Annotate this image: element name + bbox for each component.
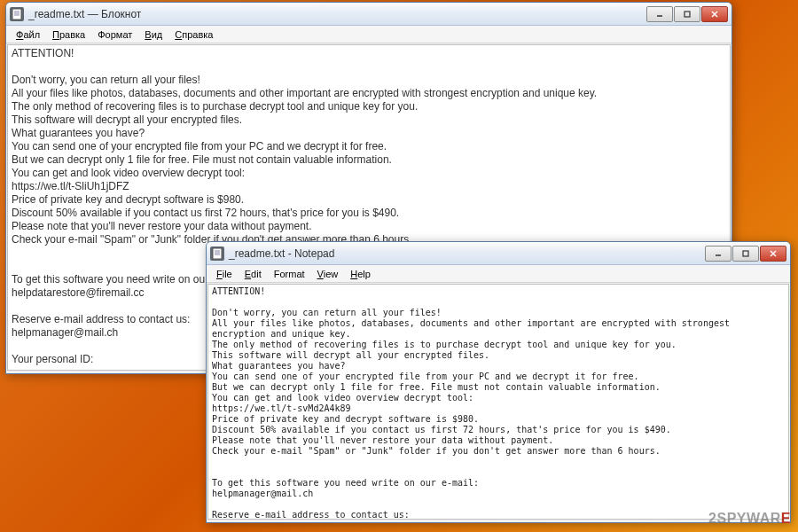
menu-view[interactable]: View [311, 267, 345, 281]
svg-rect-8 [213, 248, 222, 259]
menu-file[interactable]: Файл [10, 27, 46, 42]
menu-edit[interactable]: Правка [46, 27, 91, 42]
menubar: Файл Правка Формат Вид Справка [6, 26, 732, 43]
minimize-button[interactable] [705, 246, 732, 262]
maximize-button[interactable] [674, 6, 700, 22]
maximize-button[interactable] [732, 246, 759, 262]
menu-view[interactable]: Вид [138, 27, 168, 42]
window-title: _readme.txt — Блокнот [28, 8, 646, 20]
window-controls [705, 246, 786, 262]
watermark-text: 2SPYWAR [708, 511, 781, 526]
notepad-window-en: _readme.txt - Notepad File Edit Format V… [206, 241, 791, 523]
menu-file[interactable]: File [210, 267, 239, 281]
close-button[interactable] [701, 6, 728, 22]
menu-edit[interactable]: Edit [239, 267, 268, 281]
watermark-accent: E [781, 511, 791, 526]
notepad-icon [10, 7, 24, 21]
menubar: File Edit Format View Help [207, 265, 790, 283]
notepad-icon [210, 246, 224, 261]
svg-rect-5 [685, 12, 690, 17]
menu-format[interactable]: Формат [91, 27, 138, 42]
titlebar[interactable]: _readme.txt - Notepad [207, 242, 790, 265]
window-controls [646, 6, 728, 22]
menu-help[interactable]: Справка [168, 27, 219, 42]
minimize-button[interactable] [646, 6, 673, 22]
menu-format[interactable]: Format [268, 267, 311, 281]
titlebar[interactable]: _readme.txt — Блокнот [6, 3, 732, 26]
svg-rect-0 [12, 9, 21, 20]
svg-rect-13 [743, 251, 748, 256]
close-button[interactable] [760, 246, 786, 262]
watermark: 2SPYWARE [708, 511, 791, 527]
text-area[interactable]: ATTENTION! Don't worry, you can return a… [207, 284, 789, 520]
menu-help[interactable]: Help [344, 267, 377, 281]
window-title: _readme.txt - Notepad [229, 247, 705, 260]
